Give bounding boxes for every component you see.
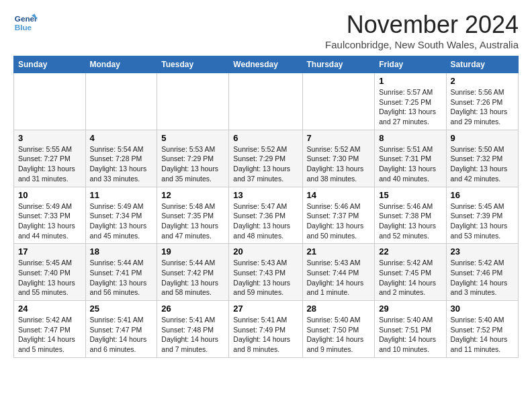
- day-info: Sunrise: 5:52 AM Sunset: 7:30 PM Dayligh…: [307, 144, 371, 184]
- calendar-week-row: 1Sunrise: 5:57 AM Sunset: 7:25 PM Daylig…: [14, 73, 519, 130]
- calendar-cell: 17Sunrise: 5:45 AM Sunset: 7:40 PM Dayli…: [14, 244, 86, 301]
- calendar-cell: 30Sunrise: 5:40 AM Sunset: 7:52 PM Dayli…: [446, 301, 518, 358]
- day-info: Sunrise: 5:40 AM Sunset: 7:52 PM Dayligh…: [451, 315, 514, 355]
- day-info: Sunrise: 5:57 AM Sunset: 7:25 PM Dayligh…: [379, 87, 441, 127]
- day-number: 18: [90, 246, 153, 257]
- day-number: 1: [379, 76, 441, 86]
- day-number: 30: [451, 304, 514, 314]
- calendar-cell: 3Sunrise: 5:55 AM Sunset: 7:27 PM Daylig…: [14, 130, 86, 187]
- calendar-cell: 29Sunrise: 5:40 AM Sunset: 7:51 PM Dayli…: [375, 301, 446, 358]
- day-info: Sunrise: 5:40 AM Sunset: 7:51 PM Dayligh…: [379, 315, 441, 355]
- day-info: Sunrise: 5:56 AM Sunset: 7:26 PM Dayligh…: [451, 87, 514, 127]
- calendar-cell: 12Sunrise: 5:48 AM Sunset: 7:35 PM Dayli…: [157, 187, 229, 244]
- calendar-week-row: 3Sunrise: 5:55 AM Sunset: 7:27 PM Daylig…: [14, 130, 519, 187]
- day-info: Sunrise: 5:47 AM Sunset: 7:36 PM Dayligh…: [233, 201, 298, 241]
- day-info: Sunrise: 5:43 AM Sunset: 7:43 PM Dayligh…: [233, 258, 298, 298]
- calendar-cell: 26Sunrise: 5:41 AM Sunset: 7:48 PM Dayli…: [157, 301, 229, 358]
- calendar-cell: 27Sunrise: 5:41 AM Sunset: 7:49 PM Dayli…: [229, 301, 302, 358]
- day-info: Sunrise: 5:41 AM Sunset: 7:47 PM Dayligh…: [90, 315, 153, 355]
- logo-icon: General Blue: [13, 11, 38, 35]
- page-header: General Blue November 2024 Faulconbridge…: [13, 11, 519, 50]
- day-number: 7: [307, 133, 371, 143]
- day-info: Sunrise: 5:40 AM Sunset: 7:50 PM Dayligh…: [307, 315, 371, 355]
- day-number: 28: [307, 304, 371, 314]
- logo: General Blue: [13, 11, 38, 35]
- day-info: Sunrise: 5:45 AM Sunset: 7:39 PM Dayligh…: [451, 201, 514, 241]
- day-info: Sunrise: 5:52 AM Sunset: 7:29 PM Dayligh…: [233, 144, 298, 184]
- day-info: Sunrise: 5:53 AM Sunset: 7:29 PM Dayligh…: [161, 144, 224, 184]
- day-number: 22: [379, 246, 441, 257]
- calendar-cell: 8Sunrise: 5:51 AM Sunset: 7:31 PM Daylig…: [375, 130, 446, 187]
- day-number: 3: [18, 133, 81, 143]
- day-number: 9: [451, 133, 514, 143]
- day-header: Saturday: [446, 56, 518, 73]
- day-number: 29: [379, 304, 441, 314]
- calendar-cell: 6Sunrise: 5:52 AM Sunset: 7:29 PM Daylig…: [229, 130, 302, 187]
- day-number: 6: [233, 133, 298, 143]
- day-number: 19: [161, 246, 224, 257]
- header-row: SundayMondayTuesdayWednesdayThursdayFrid…: [14, 56, 519, 73]
- day-number: 12: [161, 190, 224, 200]
- title-block: November 2024 Faulconbridge, New South W…: [325, 11, 519, 50]
- calendar-cell: 4Sunrise: 5:54 AM Sunset: 7:28 PM Daylig…: [85, 130, 157, 187]
- day-info: Sunrise: 5:46 AM Sunset: 7:38 PM Dayligh…: [379, 201, 441, 241]
- month-title: November 2024: [325, 11, 519, 39]
- calendar-cell: 23Sunrise: 5:42 AM Sunset: 7:46 PM Dayli…: [446, 244, 518, 301]
- calendar-cell: [229, 73, 302, 130]
- day-info: Sunrise: 5:46 AM Sunset: 7:37 PM Dayligh…: [307, 201, 371, 241]
- day-header: Friday: [375, 56, 446, 73]
- day-number: 20: [233, 246, 298, 257]
- day-number: 14: [307, 190, 371, 200]
- calendar-cell: [157, 73, 229, 130]
- calendar-cell: [302, 73, 375, 130]
- calendar-cell: 13Sunrise: 5:47 AM Sunset: 7:36 PM Dayli…: [229, 187, 302, 244]
- day-info: Sunrise: 5:54 AM Sunset: 7:28 PM Dayligh…: [90, 144, 153, 184]
- calendar-cell: 22Sunrise: 5:42 AM Sunset: 7:45 PM Dayli…: [375, 244, 446, 301]
- day-number: 24: [18, 304, 81, 314]
- day-header: Monday: [85, 56, 157, 73]
- day-number: 8: [379, 133, 441, 143]
- calendar-cell: 9Sunrise: 5:50 AM Sunset: 7:32 PM Daylig…: [446, 130, 518, 187]
- calendar-cell: 14Sunrise: 5:46 AM Sunset: 7:37 PM Dayli…: [302, 187, 375, 244]
- calendar-cell: 19Sunrise: 5:44 AM Sunset: 7:42 PM Dayli…: [157, 244, 229, 301]
- day-number: 21: [307, 246, 371, 257]
- day-number: 27: [233, 304, 298, 314]
- day-number: 2: [451, 76, 514, 86]
- day-number: 23: [451, 246, 514, 257]
- day-header: Sunday: [14, 56, 86, 73]
- day-info: Sunrise: 5:41 AM Sunset: 7:48 PM Dayligh…: [161, 315, 224, 355]
- calendar-cell: 21Sunrise: 5:43 AM Sunset: 7:44 PM Dayli…: [302, 244, 375, 301]
- day-info: Sunrise: 5:45 AM Sunset: 7:40 PM Dayligh…: [18, 258, 81, 298]
- day-info: Sunrise: 5:51 AM Sunset: 7:31 PM Dayligh…: [379, 144, 441, 184]
- day-number: 15: [379, 190, 441, 200]
- day-info: Sunrise: 5:41 AM Sunset: 7:49 PM Dayligh…: [233, 315, 298, 355]
- calendar-cell: 24Sunrise: 5:42 AM Sunset: 7:47 PM Dayli…: [14, 301, 86, 358]
- day-header: Wednesday: [229, 56, 302, 73]
- day-info: Sunrise: 5:42 AM Sunset: 7:47 PM Dayligh…: [18, 315, 81, 355]
- calendar-cell: 11Sunrise: 5:49 AM Sunset: 7:34 PM Dayli…: [85, 187, 157, 244]
- day-info: Sunrise: 5:44 AM Sunset: 7:41 PM Dayligh…: [90, 258, 153, 298]
- calendar-cell: 16Sunrise: 5:45 AM Sunset: 7:39 PM Dayli…: [446, 187, 518, 244]
- calendar-cell: 7Sunrise: 5:52 AM Sunset: 7:30 PM Daylig…: [302, 130, 375, 187]
- day-number: 10: [18, 190, 81, 200]
- calendar-cell: 1Sunrise: 5:57 AM Sunset: 7:25 PM Daylig…: [375, 73, 446, 130]
- day-info: Sunrise: 5:50 AM Sunset: 7:32 PM Dayligh…: [451, 144, 514, 184]
- day-info: Sunrise: 5:43 AM Sunset: 7:44 PM Dayligh…: [307, 258, 371, 298]
- day-info: Sunrise: 5:49 AM Sunset: 7:33 PM Dayligh…: [18, 201, 81, 241]
- day-info: Sunrise: 5:55 AM Sunset: 7:27 PM Dayligh…: [18, 144, 81, 184]
- day-info: Sunrise: 5:48 AM Sunset: 7:35 PM Dayligh…: [161, 201, 224, 241]
- calendar-cell: 20Sunrise: 5:43 AM Sunset: 7:43 PM Dayli…: [229, 244, 302, 301]
- calendar-cell: 15Sunrise: 5:46 AM Sunset: 7:38 PM Dayli…: [375, 187, 446, 244]
- svg-text:Blue: Blue: [15, 23, 32, 32]
- day-number: 16: [451, 190, 514, 200]
- calendar-cell: 28Sunrise: 5:40 AM Sunset: 7:50 PM Dayli…: [302, 301, 375, 358]
- calendar-cell: 18Sunrise: 5:44 AM Sunset: 7:41 PM Dayli…: [85, 244, 157, 301]
- calendar-week-row: 24Sunrise: 5:42 AM Sunset: 7:47 PM Dayli…: [14, 301, 519, 358]
- day-number: 4: [90, 133, 153, 143]
- calendar-cell: 5Sunrise: 5:53 AM Sunset: 7:29 PM Daylig…: [157, 130, 229, 187]
- calendar-cell: 2Sunrise: 5:56 AM Sunset: 7:26 PM Daylig…: [446, 73, 518, 130]
- calendar-week-row: 10Sunrise: 5:49 AM Sunset: 7:33 PM Dayli…: [14, 187, 519, 244]
- day-number: 25: [90, 304, 153, 314]
- calendar-cell: [85, 73, 157, 130]
- location-title: Faulconbridge, New South Wales, Australi…: [325, 39, 519, 50]
